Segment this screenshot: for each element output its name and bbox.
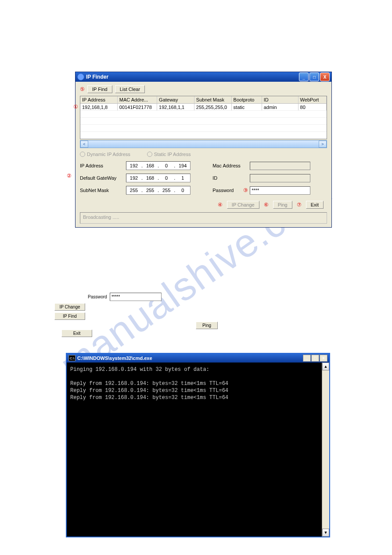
gw-octet-4[interactable]: [175, 175, 190, 181]
close-button[interactable]: X: [320, 73, 330, 81]
mac-label: Mac Address: [212, 163, 250, 168]
device-table: IP AddressMAC Addre...GatewaySubnet Mask…: [80, 96, 327, 139]
horizontal-scrollbar[interactable]: < >: [80, 140, 327, 148]
gateway-input[interactable]: . . .: [126, 174, 191, 182]
cell: 192,168,1,8: [80, 104, 118, 110]
ip-octet-1[interactable]: [126, 163, 141, 168]
cmd-titlebar[interactable]: C:\ C:\WINDOWS\system32\cmd.exe _ □ ×: [67, 354, 329, 363]
sn-octet-2[interactable]: [143, 188, 158, 193]
ip-octet-2[interactable]: [143, 163, 158, 168]
cell: 192,168,1,1: [157, 104, 194, 110]
column-header[interactable]: IP Address: [80, 96, 118, 103]
column-header[interactable]: Gateway: [157, 96, 194, 103]
ip-change-button[interactable]: IP Change: [227, 201, 259, 209]
password-label: Password: [212, 188, 243, 193]
gateway-label: Default GateWay: [80, 175, 126, 181]
gw-octet-2[interactable]: [143, 175, 158, 181]
table-header-row: IP AddressMAC Addre...GatewaySubnet Mask…: [80, 96, 327, 104]
static-ip-radio: [147, 152, 152, 157]
scroll-up-icon[interactable]: ▲: [322, 363, 329, 370]
annotation-4: ④: [218, 202, 223, 208]
dynamic-ip-radio: [80, 152, 85, 157]
standalone-password-label: Password: [88, 294, 107, 299]
ping-button[interactable]: Ping: [273, 201, 292, 209]
cmd-icon: C:\: [68, 355, 76, 361]
cmd-window: C:\ C:\WINDOWS\system32\cmd.exe _ □ × Pi…: [66, 353, 330, 537]
subnet-label: SubNet Mask: [80, 188, 126, 193]
annotation-5: ⑤: [80, 86, 85, 92]
table-row[interactable]: [80, 111, 327, 118]
exit-button[interactable]: Exit: [306, 201, 324, 209]
annotation-2: ②: [67, 173, 72, 179]
static-ip-label: Static IP Address: [154, 152, 191, 157]
annotation-6: ⑥: [264, 202, 269, 208]
annotation-3: ③: [243, 187, 248, 193]
gw-octet-1[interactable]: [126, 175, 141, 181]
cell: 80: [298, 104, 327, 110]
scroll-right-icon[interactable]: >: [319, 141, 327, 148]
column-header[interactable]: ID: [262, 96, 298, 103]
app-icon: [77, 73, 84, 80]
annotation-1: ①: [73, 104, 78, 110]
status-bar: Broadcasting .....: [80, 212, 327, 224]
gw-octet-3[interactable]: [159, 175, 174, 181]
maximize-button[interactable]: □: [309, 73, 319, 81]
standalone-ping-button[interactable]: Ping: [196, 322, 218, 329]
window-title: IP Finder: [86, 74, 108, 80]
ip-find-button[interactable]: IP Find: [87, 85, 112, 93]
cell: 00141F021778: [118, 104, 157, 110]
ip-octet-4[interactable]: [175, 163, 190, 168]
ip-finder-window: IP Finder _ □ X ⑤ IP Find List Clear IP …: [75, 72, 332, 228]
standalone-password-input[interactable]: [110, 293, 162, 301]
minimize-button[interactable]: _: [299, 73, 309, 81]
cell: 255,255,255,0: [194, 104, 232, 110]
terminal-output: Pinging 192.168.0.194 with 32 bytes of d…: [67, 363, 322, 537]
cmd-maximize-button[interactable]: □: [311, 355, 319, 362]
column-header[interactable]: MAC Addre...: [118, 96, 157, 103]
cmd-title: C:\WINDOWS\system32\cmd.exe: [77, 355, 152, 361]
titlebar[interactable]: IP Finder _ □ X: [76, 72, 331, 82]
cmd-close-button[interactable]: ×: [320, 355, 327, 362]
mac-input: [250, 162, 310, 170]
ip-octet-3[interactable]: [159, 163, 174, 168]
column-header[interactable]: WebPort: [298, 96, 327, 103]
scroll-left-icon[interactable]: <: [80, 141, 88, 148]
cmd-minimize-button[interactable]: _: [303, 355, 311, 362]
ip-address-input[interactable]: . . .: [126, 161, 191, 170]
cell: static: [232, 104, 262, 110]
standalone-ip-find-button[interactable]: IP Find: [54, 312, 85, 320]
annotation-7: ⑦: [297, 202, 302, 208]
id-input: [250, 174, 310, 182]
table-row[interactable]: [80, 118, 327, 125]
id-label: ID: [212, 175, 250, 181]
sn-octet-4[interactable]: [175, 188, 190, 193]
sn-octet-3[interactable]: [159, 188, 174, 193]
column-header[interactable]: Bootproto: [232, 96, 262, 103]
ip-address-label: IP Address: [80, 163, 126, 168]
table-row[interactable]: 192,168,1,800141F021778192,168,1,1255,25…: [80, 104, 327, 111]
table-row[interactable]: [80, 132, 327, 139]
subnet-input[interactable]: . . .: [126, 186, 191, 195]
list-clear-button[interactable]: List Clear: [115, 85, 145, 93]
table-row[interactable]: [80, 125, 327, 132]
password-input[interactable]: [250, 186, 310, 195]
scroll-down-icon[interactable]: ▼: [322, 529, 329, 537]
standalone-exit-button[interactable]: Exit: [61, 330, 92, 337]
sn-octet-1[interactable]: [126, 188, 141, 193]
standalone-ip-change-button[interactable]: IP Change: [54, 303, 85, 311]
vertical-scrollbar[interactable]: ▲ ▼: [322, 363, 329, 537]
column-header[interactable]: Subnet Mask: [194, 96, 232, 103]
cell: admin: [262, 104, 298, 110]
dynamic-ip-label: Dynamic IP Address: [87, 152, 130, 157]
